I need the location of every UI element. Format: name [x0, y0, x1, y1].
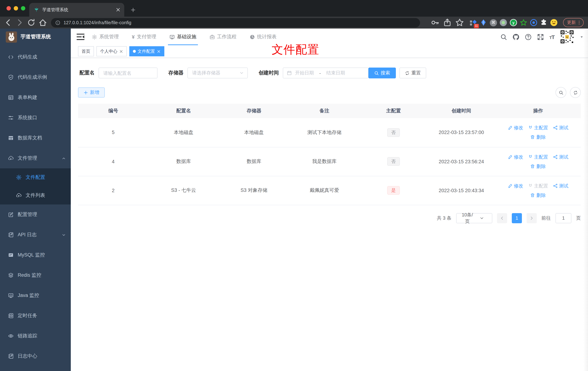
extension-y-icon[interactable]: y	[510, 19, 517, 26]
tab-close-icon[interactable]	[116, 7, 121, 12]
test-action[interactable]: 测试	[553, 183, 568, 188]
storage-filter-select[interactable]: 请选择存储器	[188, 68, 248, 78]
window-close-button[interactable]	[7, 6, 11, 11]
back-button[interactable]	[4, 18, 13, 27]
start-date-placeholder: 开始日期	[295, 70, 314, 76]
edit-action[interactable]: 修改	[508, 154, 523, 159]
topnav-item-4[interactable]: 统计报表	[250, 29, 277, 45]
master-action[interactable]: 主配置	[528, 154, 548, 159]
extension-puzzle-icon[interactable]	[540, 19, 547, 26]
browser-tab[interactable]: 芋道管理系统	[29, 3, 124, 17]
sidebar-subitem-5-1[interactable]: 文件列表	[0, 186, 71, 204]
sidebar-subitem-5-0[interactable]: 文件配置	[0, 168, 71, 186]
topnav-item-2[interactable]: 基础设施	[169, 29, 197, 45]
sidebar-item-13[interactable]: 日志中心	[0, 346, 71, 366]
delete-action[interactable]: 删除	[530, 135, 546, 140]
help-icon[interactable]	[525, 33, 532, 40]
tag-close-icon[interactable]	[157, 49, 161, 53]
tag-tab-2[interactable]: 文件配置	[129, 46, 164, 56]
sidebar-item-1[interactable]: 代码生成示例	[0, 67, 71, 87]
forward-button[interactable]	[15, 18, 24, 27]
show-search-button[interactable]	[556, 87, 566, 98]
extension-badge: 11	[474, 24, 479, 28]
delete-action[interactable]: 删除	[530, 193, 546, 197]
chevron-down-icon	[475, 216, 489, 220]
sidebar-item-9[interactable]: Redis 监控	[0, 265, 71, 285]
extension-star-icon[interactable]	[520, 19, 527, 26]
next-page-button[interactable]	[527, 213, 537, 223]
tag-tab-0[interactable]: 首页	[78, 46, 94, 56]
reset-button[interactable]: 重置	[399, 68, 426, 78]
new-tab-button[interactable]	[130, 7, 136, 13]
sidebar-logo[interactable]: 芋道管理系统	[0, 29, 71, 45]
window-zoom-button[interactable]	[21, 6, 25, 11]
sidebar-item-2[interactable]: 表单构建	[0, 87, 71, 108]
bookmark-star-icon[interactable]	[455, 18, 464, 27]
name-filter-input[interactable]	[99, 68, 158, 78]
reload-button[interactable]	[27, 18, 36, 27]
refresh-table-button[interactable]	[570, 87, 581, 98]
tag-tab-1[interactable]: 个人中心	[96, 46, 127, 56]
home-button[interactable]	[38, 18, 47, 27]
font-size-icon[interactable]: TT	[549, 34, 554, 40]
test-action[interactable]: 测试	[553, 154, 568, 159]
data-table: 编号配置名存储器备注主配置创建时间操作 5 本地磁盘 本地磁盘 测试下本地存储 …	[78, 104, 581, 205]
goto-page-input[interactable]	[556, 213, 571, 223]
sidebar-collapse-icon[interactable]	[76, 32, 85, 42]
master-action[interactable]: 主配置	[528, 126, 548, 130]
sidebar-item-4[interactable]: 数据库文档	[0, 128, 71, 148]
sidebar-item-0[interactable]: 代码生成	[0, 47, 71, 67]
extension-gem-icon[interactable]	[480, 19, 487, 26]
search-button[interactable]: 搜索	[368, 68, 396, 78]
browser-menu-icon[interactable]	[577, 20, 581, 25]
sidebar-item-5[interactable]: 文件管理	[0, 148, 71, 168]
sidebar-item-10[interactable]: Java 监控	[0, 285, 71, 306]
test-action[interactable]: 测试	[553, 126, 568, 130]
date-range-picker[interactable]: 开始日期 - 结束日期	[283, 68, 368, 78]
search-icon[interactable]	[500, 33, 507, 40]
sidebar-item-label: 链路追踪	[18, 333, 37, 339]
extension-command-icon[interactable]: ⌘	[490, 19, 497, 26]
sidebar-item-3[interactable]: 系统接口	[0, 108, 71, 128]
tags-view: 首页个人中心文件配置	[71, 45, 588, 58]
github-icon[interactable]	[513, 33, 519, 40]
topnav-item-1[interactable]: ¥支付管理	[132, 29, 156, 45]
topnav-item-0[interactable]: 系统管理	[92, 29, 119, 45]
sidebar-item-8[interactable]: MySQL 监控	[0, 245, 71, 265]
avatar[interactable]	[560, 30, 574, 44]
window-minimize-button[interactable]	[14, 6, 18, 11]
avatar-caret-icon[interactable]	[580, 35, 584, 39]
sidebar-item-6[interactable]: 配置管理	[0, 204, 71, 225]
prev-page-button[interactable]	[497, 213, 507, 223]
edit-square-icon	[8, 212, 14, 217]
current-page-button[interactable]: 1	[512, 213, 522, 223]
sidebar-item-12[interactable]: 链路追踪	[0, 326, 71, 346]
extension-gray-dot-icon[interactable]	[500, 19, 507, 26]
magnet-icon	[528, 126, 533, 130]
workflow-icon	[210, 34, 215, 40]
extension-eye-icon[interactable]	[530, 19, 537, 26]
sidebar-item-11[interactable]: 定时任务	[0, 306, 71, 326]
password-key-icon[interactable]	[430, 18, 440, 27]
pagination: 共 3 条 10条/页 1 前往 页	[78, 213, 581, 223]
edit-action[interactable]: 修改	[508, 126, 523, 130]
fullscreen-icon[interactable]	[537, 33, 544, 40]
trash-icon	[530, 164, 535, 169]
mysql-monitor-icon	[8, 252, 14, 258]
address-bar[interactable]: 127.0.0.1:1024/infra/file/file-config	[51, 18, 420, 27]
delete-action[interactable]: 删除	[530, 164, 546, 169]
topnav-item-3[interactable]: 工作流程	[210, 29, 237, 45]
tag-close-icon[interactable]	[119, 49, 123, 53]
add-button[interactable]: 新增	[78, 87, 105, 97]
sidebar-item-7[interactable]: API 日志	[0, 225, 71, 245]
extension-tampermonkey-icon[interactable]: 11	[470, 19, 477, 26]
extension-emoji-icon[interactable]	[550, 19, 558, 26]
master-action[interactable]: 主配置	[528, 183, 548, 188]
column-header: 存储器	[219, 104, 289, 118]
cell-created: 2022-03-15 23:57:00	[428, 118, 495, 147]
browser-update-button[interactable]: 更新	[563, 18, 584, 27]
share-icon[interactable]	[443, 18, 452, 27]
page-size-select[interactable]: 10条/页	[456, 213, 492, 223]
edit-action[interactable]: 修改	[508, 183, 523, 188]
site-info-icon[interactable]	[55, 20, 60, 25]
